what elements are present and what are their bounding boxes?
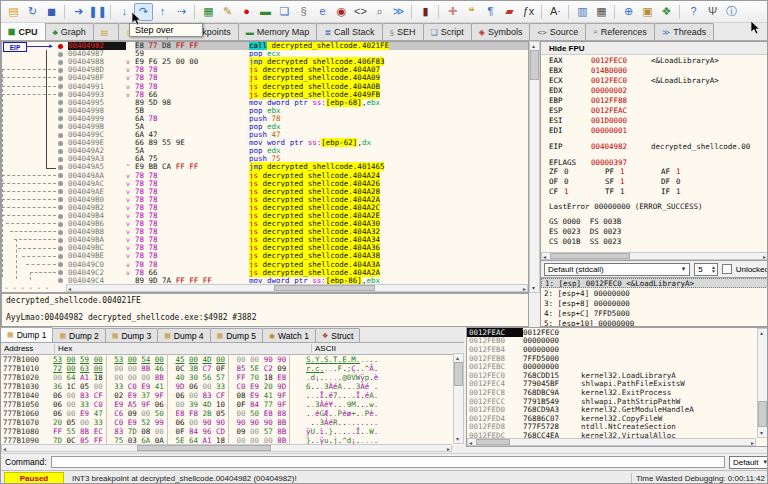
view-tab[interactable]: ▤ bbox=[93, 23, 120, 40]
breakpoint-dot[interactable] bbox=[58, 165, 68, 170]
registers-hscrollbar[interactable]: ◂▸ bbox=[541, 252, 768, 260]
toolbar-button[interactable]: A· bbox=[546, 3, 565, 21]
breakpoint-dot[interactable] bbox=[58, 44, 68, 49]
stack-row[interactable]: 0012FEC0 768CDD15 kernel32.LoadLibraryA bbox=[467, 371, 768, 380]
view-tab[interactable]: ≫Threads bbox=[654, 23, 714, 40]
breakpoint-dot[interactable] bbox=[58, 222, 68, 227]
dump-tab[interactable]: ▦Dump 3 bbox=[105, 328, 158, 342]
flag-cell[interactable]: DF0 bbox=[661, 177, 717, 187]
view-tab[interactable]: ▬Memory Map bbox=[238, 23, 318, 40]
stack-row[interactable]: 0012FEBC 00000000 bbox=[467, 362, 768, 371]
toolbar-button[interactable]: ▬ bbox=[256, 3, 275, 21]
stack-row[interactable]: 0012FEC8 768DBC9A kernel32.ExitProcess bbox=[467, 388, 768, 397]
dump-vscrollbar[interactable]: ▴▾ bbox=[453, 353, 464, 444]
view-tab[interactable]: ◈Symbols bbox=[471, 23, 531, 40]
dump-row[interactable]: 777B1000 53 00 59 00 53 00 54 00 45 00 4… bbox=[1, 355, 464, 364]
command-profile-select[interactable]: Default▼ bbox=[729, 456, 768, 469]
dump-row[interactable]: 777B1010 72 00 63 00 00 00 8B 46 0C 3B C… bbox=[1, 364, 464, 373]
toolbar-button[interactable]: ⌕ bbox=[370, 3, 389, 21]
register-row[interactable]: EBP 0012FF88 bbox=[541, 95, 768, 105]
toolbar-button[interactable]: ¶ bbox=[481, 3, 500, 21]
breakpoint-dot[interactable] bbox=[58, 116, 68, 121]
toolbar-button[interactable]: e bbox=[313, 3, 332, 21]
toolbar-button[interactable]: ↑ bbox=[153, 3, 172, 21]
toolbar-button[interactable]: ◉ bbox=[332, 3, 351, 21]
breakpoint-dot[interactable] bbox=[58, 108, 68, 113]
stack-row[interactable]: 0012FED4 76886C07 kernel32.CopyFileW bbox=[467, 414, 768, 423]
breakpoint-dot[interactable] bbox=[58, 149, 68, 154]
toolbar-button[interactable]: ≫ bbox=[389, 3, 408, 21]
stack-hscrollbar[interactable]: ◂▸ bbox=[467, 438, 756, 446]
toolbar-button[interactable]: ● bbox=[237, 3, 256, 21]
dump-tab[interactable]: ❖Struct bbox=[315, 328, 360, 342]
dump-hscrollbar[interactable]: ◂▸ bbox=[1, 444, 452, 452]
breakpoint-dot[interactable] bbox=[58, 181, 68, 186]
breakpoint-dot[interactable] bbox=[58, 262, 68, 267]
register-row[interactable]: EBX 014B0000 bbox=[541, 65, 768, 75]
argument-row[interactable]: 3: [esp+8] 00000000 bbox=[541, 298, 768, 308]
stack-row[interactable]: 0012FECC 7791B549 shlwapi.PathStripPathW bbox=[467, 397, 768, 406]
register-row[interactable]: ECX 0012FEC0 <&LoadLibraryA> bbox=[541, 75, 768, 85]
stack-row[interactable]: 0012FEC4 779045BF shlwapi.PathFileExists… bbox=[467, 380, 768, 389]
toolbar-button[interactable]: ❝ bbox=[462, 3, 481, 21]
stack-row[interactable]: 0012FED8 777F5728 ntdll.NtCreateSection bbox=[467, 423, 768, 432]
toolbar-button[interactable]: ◼ bbox=[42, 3, 61, 21]
register-row[interactable]: ESP 0012FEAC bbox=[541, 105, 768, 115]
toolbar-button[interactable]: <> bbox=[351, 3, 370, 21]
dump-tab[interactable]: ◉Watch 1 bbox=[262, 328, 316, 342]
stack-row[interactable]: 0012FEB4 00000000 bbox=[467, 345, 768, 354]
toolbar-button[interactable]: ✚ bbox=[443, 3, 462, 21]
flag-cell[interactable]: ZF0 bbox=[549, 167, 605, 177]
dump-row[interactable]: 777B1040 06 00 83 CF 02 E9 37 9F 06 00 8… bbox=[1, 391, 464, 400]
view-tab[interactable]: ▦CPU bbox=[1, 23, 46, 40]
toolbar-button[interactable]: Ψ bbox=[703, 3, 722, 21]
breakpoint-dot[interactable] bbox=[58, 141, 68, 146]
breakpoint-dot[interactable] bbox=[58, 124, 68, 129]
flag-cell[interactable]: PF1 bbox=[605, 167, 661, 177]
toolbar-button[interactable]: ƒx bbox=[519, 3, 538, 21]
unlocked-checkbox[interactable] bbox=[722, 264, 732, 274]
breakpoint-dot[interactable] bbox=[58, 173, 68, 178]
toolbar-button[interactable]: ❖ bbox=[657, 3, 676, 21]
hide-fpu-button[interactable]: Hide FPU bbox=[541, 42, 768, 55]
dump-row[interactable]: 777B1030 36 1C 05 00 33 C0 E9 41 9D 06 0… bbox=[1, 382, 464, 391]
disasm-vscrollbar[interactable]: ▴▾ bbox=[529, 41, 540, 293]
breakpoint-dot[interactable] bbox=[58, 189, 68, 194]
breakpoint-dot[interactable] bbox=[58, 133, 68, 138]
breakpoint-dot[interactable] bbox=[58, 100, 68, 105]
breakpoint-dot[interactable] bbox=[58, 278, 68, 283]
disasm-hscrollbar[interactable]: ◂▸ bbox=[66, 284, 528, 292]
dump-tab[interactable]: ▦Dump 4 bbox=[157, 328, 210, 342]
dump-row[interactable]: 777B1050 06 00 33 C0 E9 A5 9F 06 00 39 4… bbox=[1, 400, 464, 409]
dump-tab[interactable]: ▦Dump 5 bbox=[210, 328, 263, 342]
breakpoint-dot[interactable] bbox=[58, 60, 68, 65]
breakpoint-dot[interactable] bbox=[58, 52, 68, 57]
dump-header-address[interactable]: Address bbox=[1, 344, 55, 353]
breakpoint-dot[interactable] bbox=[58, 205, 68, 210]
breakpoint-dot[interactable] bbox=[58, 84, 68, 89]
toolbar-button[interactable]: ▰ bbox=[500, 3, 519, 21]
argument-row[interactable]: 4: [esp+C] 7FFD5000 bbox=[541, 308, 768, 318]
breakpoint-dot[interactable] bbox=[58, 270, 68, 275]
toolbar-button[interactable]: ⓘ bbox=[722, 3, 741, 21]
dump-header-ascii[interactable]: ASCII bbox=[312, 344, 464, 353]
dump-row[interactable]: 777B1070 20 05 00 33 C0 E9 52 99 06 00 9… bbox=[1, 418, 464, 427]
breakpoint-dot[interactable] bbox=[58, 197, 68, 202]
breakpoint-dot[interactable] bbox=[58, 76, 68, 81]
view-tab[interactable]: ⌕References bbox=[585, 23, 655, 40]
breakpoint-dot[interactable] bbox=[58, 238, 68, 243]
view-tab[interactable]: ♣Graph bbox=[45, 23, 94, 40]
flag-cell[interactable]: AF1 bbox=[661, 167, 717, 177]
breakpoint-dot[interactable] bbox=[58, 157, 68, 162]
stack-vscrollbar[interactable]: ▴▾ bbox=[757, 328, 768, 438]
toolbar-button[interactable]: ❏ bbox=[275, 3, 294, 21]
toolbar-button[interactable]: ▥ bbox=[573, 3, 592, 21]
dump-row[interactable]: 777B1060 06 00 E9 47 C6 09 00 50 E8 F8 2… bbox=[1, 409, 464, 418]
breakpoint-dot[interactable] bbox=[58, 254, 68, 259]
toolbar-button[interactable]: ▮ bbox=[416, 3, 435, 21]
toolbar-button[interactable]: ▣ bbox=[638, 3, 657, 21]
argument-row[interactable]: 2: [esp+4] 00000000 bbox=[541, 288, 768, 298]
toolbar-button[interactable]: ✎ bbox=[218, 3, 237, 21]
calling-convention-select[interactable]: Default (stdcall)▼ bbox=[544, 263, 690, 276]
argument-row[interactable]: 1: [esp] 0012FEC0 <&LoadLibraryA> bbox=[541, 278, 768, 288]
